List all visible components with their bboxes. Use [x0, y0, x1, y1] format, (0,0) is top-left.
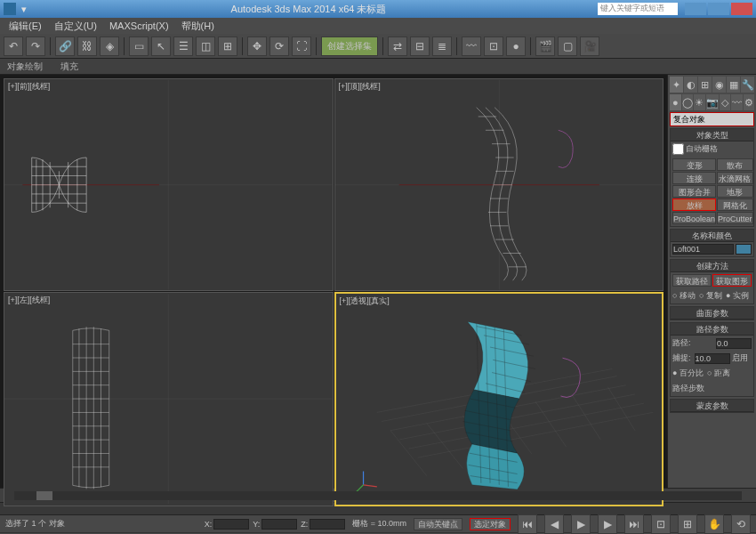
- menu-maxscript[interactable]: MAXScript(X): [104, 20, 174, 31]
- z-input[interactable]: [310, 519, 345, 530]
- render-button[interactable]: 🎥: [580, 36, 599, 56]
- select-arrow-button[interactable]: ↖: [151, 36, 171, 56]
- next-frame-button[interactable]: ▶: [598, 514, 617, 534]
- shapemerge-button[interactable]: 图形合并: [672, 185, 716, 198]
- autogrid-checkbox[interactable]: [672, 143, 684, 155]
- procutter-button[interactable]: ProCutter: [717, 212, 753, 224]
- opt-copy[interactable]: 复制: [699, 290, 722, 302]
- schematic-button[interactable]: ⊡: [484, 36, 503, 56]
- viewport-front[interactable]: [+][前][线框]: [4, 78, 334, 291]
- y-input[interactable]: [261, 519, 297, 530]
- orbit-button[interactable]: ⟲: [731, 514, 751, 534]
- viewport-top[interactable]: [+][顶][线框]: [334, 78, 664, 291]
- menu-help[interactable]: 帮助(H): [176, 20, 220, 33]
- minimize-button[interactable]: [685, 3, 706, 15]
- ribbon-tab-2[interactable]: 填充: [60, 61, 78, 73]
- bind-button[interactable]: ◈: [100, 36, 119, 56]
- rotate-button[interactable]: ⟳: [269, 36, 289, 56]
- zoom-all-button[interactable]: ⊞: [678, 514, 697, 534]
- mesher-button[interactable]: 网格化: [717, 198, 753, 211]
- redo-button[interactable]: ↷: [26, 36, 45, 56]
- slider-thumb[interactable]: [36, 491, 52, 500]
- opt-percent[interactable]: 百分比: [672, 368, 704, 379]
- selection-set-dropdown[interactable]: 创建选择集: [321, 36, 378, 56]
- opt-distance[interactable]: 距离: [707, 368, 730, 379]
- viewport-label[interactable]: [+][前][线框]: [8, 81, 50, 93]
- move-button[interactable]: ✥: [247, 36, 267, 56]
- ribbon-tab-1[interactable]: 对象绘制: [7, 61, 43, 73]
- undo-button[interactable]: ↶: [4, 36, 23, 56]
- play-button[interactable]: ▶: [571, 514, 591, 534]
- display-tab[interactable]: ▦: [727, 77, 740, 93]
- viewport-perspective[interactable]: [+][透视][真实]: [334, 292, 664, 506]
- viewport-left[interactable]: [+][左][线框]: [4, 292, 334, 506]
- hierarchy-tab[interactable]: ⊞: [698, 77, 712, 93]
- layers-button[interactable]: ≣: [432, 36, 452, 56]
- menu-customize[interactable]: 自定义(U): [49, 20, 102, 33]
- blobmesh-button[interactable]: 水滴网格: [717, 172, 753, 184]
- viewport-label[interactable]: [+][左][线框]: [8, 295, 50, 306]
- menu-edit[interactable]: 编辑(E): [4, 20, 47, 33]
- curve-editor-button[interactable]: 〰: [462, 36, 481, 56]
- loft-button[interactable]: 放样: [672, 198, 716, 211]
- get-shape-button[interactable]: 获取图形: [712, 274, 752, 287]
- viewport-label[interactable]: [+][透视][真实]: [340, 295, 390, 307]
- selection-filter[interactable]: 选定对象: [470, 518, 511, 530]
- rollout-name-color[interactable]: 名称和颜色: [671, 230, 753, 242]
- prev-frame-button[interactable]: ◀: [544, 514, 564, 534]
- rollout-creation-method[interactable]: 创建方法: [671, 260, 753, 272]
- render-setup-button[interactable]: 🎬: [535, 36, 555, 56]
- cameras-subtab[interactable]: 📷: [706, 94, 719, 110]
- geometry-subtab[interactable]: ●: [670, 94, 681, 110]
- motion-tab[interactable]: ◉: [712, 77, 726, 93]
- maximize-button[interactable]: [708, 3, 729, 15]
- unlink-button[interactable]: ⛓: [77, 36, 97, 56]
- terrain-button[interactable]: 地形: [717, 185, 753, 198]
- align-button[interactable]: ⊟: [410, 36, 430, 56]
- viewport-label[interactable]: [+][顶][线框]: [339, 81, 381, 93]
- window-crossing-button[interactable]: ⊞: [218, 36, 237, 56]
- search-input[interactable]: 键入关键字或短语: [598, 3, 678, 15]
- mirror-button[interactable]: ⇄: [388, 36, 407, 56]
- opt-instance[interactable]: 实例: [726, 290, 749, 302]
- shapes-subtab[interactable]: ◯: [682, 94, 694, 110]
- category-dropdown[interactable]: 复合对象: [670, 112, 754, 126]
- modify-tab[interactable]: ◐: [684, 77, 697, 93]
- morph-button[interactable]: 变形: [672, 158, 716, 171]
- space-subtab[interactable]: 〰: [731, 94, 743, 110]
- link-button[interactable]: 🔗: [55, 36, 75, 56]
- close-button[interactable]: [731, 3, 752, 15]
- autokey-button[interactable]: 自动关键点: [414, 518, 462, 530]
- rollout-surface-params[interactable]: 曲面参数: [671, 307, 753, 320]
- get-path-button[interactable]: 获取路径: [672, 274, 712, 287]
- path-value-input[interactable]: 0.0: [716, 338, 752, 349]
- render-frame-button[interactable]: ▢: [558, 36, 577, 56]
- menubar: 编辑(E) 自定义(U) MAXScript(X) 帮助(H): [0, 18, 756, 34]
- scale-button[interactable]: ⛶: [292, 36, 311, 56]
- object-name-input[interactable]: Loft001: [672, 244, 734, 255]
- create-tab[interactable]: ✦: [670, 77, 683, 93]
- x-input[interactable]: [213, 519, 249, 530]
- slider-track[interactable]: [14, 491, 742, 500]
- zoom-extents-button[interactable]: ⊡: [651, 514, 671, 534]
- opt-move[interactable]: 移动: [672, 290, 696, 302]
- goto-end-button[interactable]: ⏭: [624, 514, 644, 534]
- select-button[interactable]: ▭: [129, 36, 149, 56]
- select-name-button[interactable]: ☰: [173, 36, 193, 56]
- connect-button[interactable]: 连接: [672, 172, 716, 184]
- pan-button[interactable]: ✋: [704, 514, 724, 534]
- proboolean-button[interactable]: ProBoolean: [672, 212, 716, 224]
- lights-subtab[interactable]: ☀: [694, 94, 705, 110]
- rollout-path-params[interactable]: 路径参数: [671, 323, 753, 336]
- goto-start-button[interactable]: ⏮: [518, 514, 537, 534]
- helpers-subtab[interactable]: ◇: [720, 94, 731, 110]
- select-region-button[interactable]: ◫: [196, 36, 215, 56]
- material-button[interactable]: ●: [506, 36, 526, 56]
- rollout-skin-params[interactable]: 蒙皮参数: [671, 400, 753, 412]
- object-color-swatch[interactable]: [736, 244, 752, 255]
- systems-subtab[interactable]: ⚙: [744, 94, 755, 110]
- utilities-tab[interactable]: 🔧: [741, 77, 754, 93]
- rollout-object-type[interactable]: 对象类型: [671, 129, 753, 142]
- scatter-button[interactable]: 散布: [717, 158, 753, 171]
- snap-value-input[interactable]: 10.0: [695, 353, 730, 364]
